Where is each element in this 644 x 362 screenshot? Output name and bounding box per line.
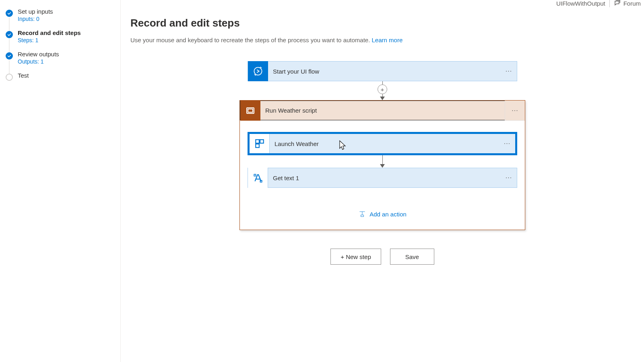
card-menu-button[interactable]: ··· — [501, 68, 517, 75]
svg-point-0 — [254, 67, 262, 75]
get-text-label: Get text 1 — [273, 175, 501, 181]
play-record-icon — [248, 61, 268, 81]
launch-weather-card[interactable]: Launch Weather ··· — [248, 132, 517, 155]
learn-more-link[interactable]: Learn more — [372, 37, 403, 43]
add-action-button[interactable]: Add an action — [358, 210, 407, 218]
connector: + — [378, 81, 387, 100]
start-flow-label: Start your UI flow — [273, 68, 501, 75]
wizard-step-title: Review outputs — [18, 51, 112, 58]
wizard-sidebar: Set up inputs Inputs: 0 Record and edit … — [0, 0, 121, 362]
pending-icon — [6, 74, 13, 81]
group-title: Run Weather script — [265, 107, 505, 114]
main-panel: Record and edit steps Use your mouse and… — [121, 0, 644, 362]
card-menu-button[interactable]: ··· — [501, 174, 517, 181]
page-description: Use your mouse and keyboard to recreate … — [130, 37, 634, 43]
wizard-step-meta[interactable]: Steps: 1 — [18, 37, 112, 43]
insert-step-button[interactable]: + — [378, 84, 387, 94]
group-header[interactable]: Run Weather script ··· — [240, 101, 525, 121]
check-icon — [6, 31, 13, 38]
svg-rect-5 — [256, 144, 259, 148]
wizard-step-inputs[interactable]: Set up inputs Inputs: 0 — [0, 5, 120, 26]
run-script-group: Run Weather script ··· — [239, 100, 525, 230]
launch-app-icon — [250, 134, 270, 153]
launch-weather-label: Launch Weather — [275, 140, 499, 147]
wizard-step-title: Set up inputs — [18, 8, 112, 15]
new-step-button[interactable]: + New step — [330, 249, 381, 265]
card-menu-button[interactable]: ··· — [505, 101, 525, 121]
svg-rect-8 — [260, 181, 262, 182]
wizard-step-test[interactable]: Test — [0, 69, 120, 83]
svg-rect-2 — [248, 109, 253, 112]
svg-rect-11 — [361, 215, 364, 217]
script-icon — [240, 101, 260, 121]
wizard-step-record[interactable]: Record and edit steps Steps: 1 — [0, 26, 120, 47]
wizard-step-title: Test — [18, 72, 112, 79]
wizard-step-meta[interactable]: Outputs: 1 — [18, 58, 112, 65]
footer-buttons: + New step Save — [330, 249, 434, 265]
wizard-step-title: Record and edit steps — [18, 29, 112, 36]
get-text-icon — [248, 168, 268, 188]
wizard-step-outputs[interactable]: Review outputs Outputs: 1 — [0, 47, 120, 69]
get-text-card[interactable]: Get text 1 ··· — [248, 168, 517, 188]
check-icon — [6, 10, 13, 17]
wizard-step-meta[interactable]: Inputs: 0 — [18, 16, 112, 22]
save-button[interactable]: Save — [390, 249, 434, 265]
add-action-icon — [358, 210, 366, 218]
flow-canvas: Start your UI flow ··· + Run We — [130, 61, 634, 265]
start-flow-card[interactable]: Start your UI flow ··· — [248, 61, 517, 81]
check-icon — [6, 52, 13, 60]
connector — [380, 155, 385, 168]
card-menu-button[interactable]: ··· — [499, 140, 515, 147]
page-title: Record and edit steps — [130, 17, 634, 29]
svg-rect-7 — [254, 174, 256, 176]
svg-rect-4 — [260, 140, 264, 143]
svg-rect-3 — [256, 140, 259, 143]
